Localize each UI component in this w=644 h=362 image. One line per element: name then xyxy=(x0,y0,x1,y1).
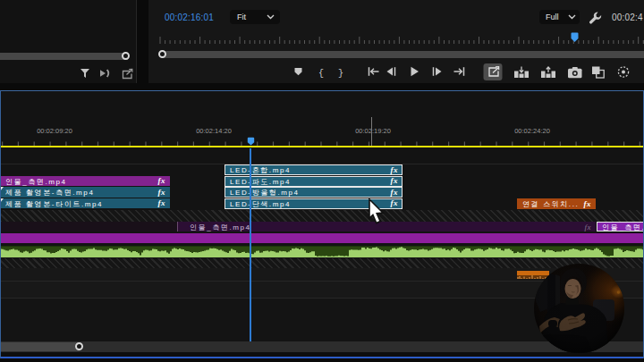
svg-text:{: { xyxy=(318,69,324,79)
svg-text:}: } xyxy=(338,69,343,79)
